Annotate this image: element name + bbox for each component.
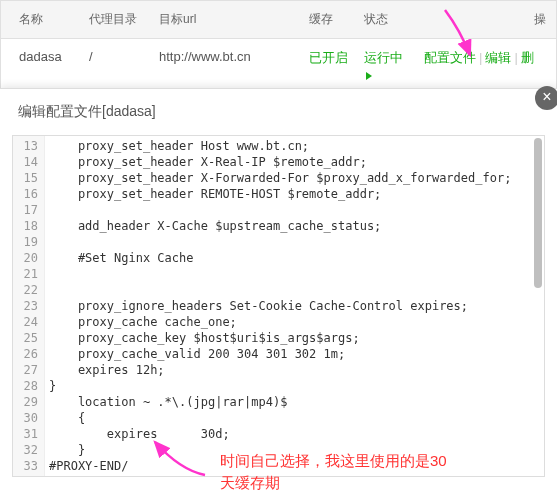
cell-name: dadasa [1,39,81,92]
proxy-table: 名称 代理目录 目标url 缓存 状态 操 dadasa / http://ww… [0,0,557,94]
cell-dir: / [81,39,151,92]
table-header: 名称 代理目录 目标url 缓存 状态 操 [1,1,556,39]
close-icon[interactable]: × [535,86,557,110]
scrollbar-thumb[interactable] [534,138,542,288]
th-cache: 缓存 [301,1,356,38]
divider: | [514,50,517,65]
th-actions [416,1,526,38]
modal-title: 编辑配置文件[dadasa] [0,89,557,135]
cell-actions: 配置文件|编辑|删 [416,39,556,92]
cell-status[interactable]: 运行中 [356,39,416,92]
status-text: 运行中 [364,50,403,65]
th-dir: 代理目录 [81,1,151,38]
cell-cache[interactable]: 已开启 [301,39,356,92]
table-row: dadasa / http://www.bt.cn 已开启 运行中 配置文件|编… [1,39,556,93]
th-url: 目标url [151,1,301,38]
divider: | [479,50,482,65]
config-editor-modal: 编辑配置文件[dadasa] 1314151617181920212223242… [0,88,557,503]
th-name: 名称 [1,1,81,38]
code-content[interactable]: proxy_set_header Host www.bt.cn; proxy_s… [45,136,544,476]
edit-link[interactable]: 编辑 [485,50,511,65]
play-icon [366,72,372,80]
cell-url: http://www.bt.cn [151,39,301,92]
th-status: 状态 [356,1,416,38]
delete-link[interactable]: 删 [521,50,534,65]
th-op: 操 [526,1,556,38]
code-editor[interactable]: 1314151617181920212223242526272829303132… [12,135,545,477]
config-file-link[interactable]: 配置文件 [424,50,476,65]
line-gutter: 1314151617181920212223242526272829303132… [13,136,45,476]
